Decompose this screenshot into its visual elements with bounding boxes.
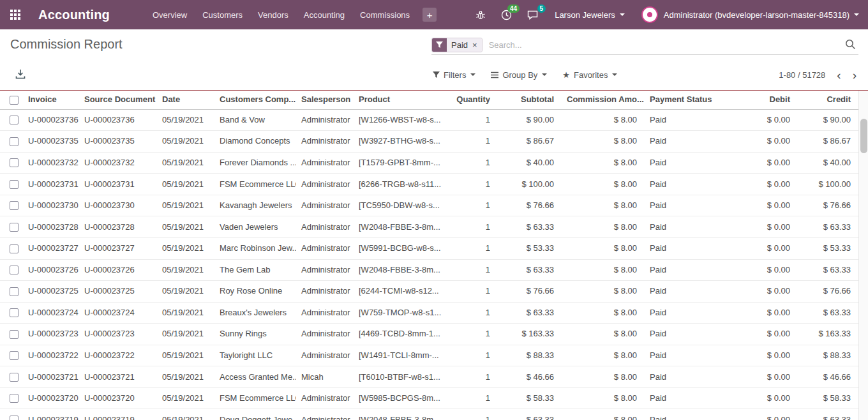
debug-bug-icon[interactable] xyxy=(475,10,486,20)
cell-quantity[interactable]: 1 xyxy=(442,324,498,345)
cell-product[interactable]: [TC5950-DBW-w8-s... xyxy=(354,195,442,216)
cell-salesperson[interactable]: Administrator xyxy=(296,409,354,420)
cell-subtotal[interactable]: $ 63.33 xyxy=(498,259,562,281)
cell-source-document[interactable]: U-000023725 xyxy=(79,281,157,303)
col-header-quantity[interactable]: Quantity xyxy=(442,91,498,109)
cell-credit[interactable]: $ 90.00 xyxy=(798,109,858,131)
cell-credit[interactable]: $ 40.00 xyxy=(798,152,858,174)
table-row[interactable]: U-000023727U-00002372705/19/2021Marc Rob… xyxy=(0,237,858,259)
cell-product[interactable]: [T1579-GPBT-8mm-... xyxy=(354,152,442,174)
cell-commission-amount[interactable]: $ 8.00 xyxy=(562,387,645,409)
cell-debit[interactable]: $ 0.00 xyxy=(740,131,798,153)
row-checkbox[interactable] xyxy=(10,180,19,189)
cell-commission-amount[interactable]: $ 8.00 xyxy=(562,152,645,174)
cell-commission-amount[interactable]: $ 8.00 xyxy=(562,195,645,216)
facet-remove-icon[interactable]: × xyxy=(472,40,477,50)
cell-customer-company[interactable]: Breaux's Jewelers xyxy=(214,302,296,324)
cell-subtotal[interactable]: $ 40.00 xyxy=(498,152,562,174)
cell-commission-amount[interactable]: $ 8.00 xyxy=(562,259,645,281)
cell-invoice[interactable]: U-000023731 xyxy=(23,174,79,195)
cell-debit[interactable]: $ 0.00 xyxy=(740,409,798,420)
apps-grid-icon[interactable] xyxy=(10,10,20,20)
cell-salesperson[interactable]: Administrator xyxy=(296,345,354,366)
cell-source-document[interactable]: U-000023721 xyxy=(79,366,157,388)
app-title[interactable]: Accounting xyxy=(38,8,110,22)
cell-quantity[interactable]: 1 xyxy=(442,366,498,388)
select-all-checkbox[interactable] xyxy=(10,96,19,105)
row-checkbox[interactable] xyxy=(10,351,19,360)
cell-source-document[interactable]: U-000023730 xyxy=(79,195,157,216)
cell-customer-company[interactable]: Vaden Jewelers xyxy=(214,216,296,238)
cell-product[interactable]: [W3927-BTHG-w8-s... xyxy=(354,131,442,153)
cell-commission-amount[interactable]: $ 8.00 xyxy=(562,281,645,303)
cell-invoice[interactable]: U-000023727 xyxy=(23,237,79,259)
cell-payment-status[interactable]: Paid xyxy=(645,259,740,281)
cell-credit[interactable]: $ 88.33 xyxy=(798,345,858,366)
col-header-date[interactable]: Date xyxy=(157,91,214,109)
menu-item-commissions[interactable]: Commissions xyxy=(352,1,417,29)
col-header-product[interactable]: Product xyxy=(354,91,442,109)
cell-invoice[interactable]: U-000023726 xyxy=(23,259,79,281)
col-header-subtotal[interactable]: Subtotal xyxy=(498,91,562,109)
cell-invoice[interactable]: U-000023720 xyxy=(23,387,79,409)
cell-commission-amount[interactable]: $ 8.00 xyxy=(562,174,645,195)
cell-source-document[interactable]: U-000023726 xyxy=(79,259,157,281)
cell-product[interactable]: [T6010-BTBF-w8-s1... xyxy=(354,366,442,388)
cell-payment-status[interactable]: Paid xyxy=(645,131,740,153)
cell-product[interactable]: [W5985-BCPGS-8m... xyxy=(354,387,442,409)
cell-payment-status[interactable]: Paid xyxy=(645,387,740,409)
cell-customer-company[interactable]: Doug Doggett Jewe... xyxy=(214,409,296,420)
cell-salesperson[interactable]: Administrator xyxy=(296,109,354,131)
cell-customer-company[interactable]: Roy Rose Online xyxy=(214,281,296,303)
cell-product[interactable]: [W759-TMOP-w8-s1... xyxy=(354,302,442,324)
scrollbar-thumb[interactable] xyxy=(860,119,867,153)
cell-source-document[interactable]: U-000023732 xyxy=(79,152,157,174)
cell-subtotal[interactable]: $ 88.33 xyxy=(498,345,562,366)
cell-payment-status[interactable]: Paid xyxy=(645,152,740,174)
col-header-credit[interactable]: Credit xyxy=(798,91,858,109)
cell-subtotal[interactable]: $ 58.33 xyxy=(498,387,562,409)
cell-credit[interactable]: $ 63.33 xyxy=(798,216,858,238)
cell-debit[interactable]: $ 0.00 xyxy=(740,387,798,409)
favorites-dropdown[interactable]: ★ Favorites xyxy=(562,70,617,80)
cell-subtotal[interactable]: $ 86.67 xyxy=(498,131,562,153)
add-menu-button[interactable]: + xyxy=(423,8,437,22)
cell-customer-company[interactable]: Forever Diamonds ... xyxy=(214,152,296,174)
cell-customer-company[interactable]: Access Granted Me... xyxy=(214,366,296,388)
cell-credit[interactable]: $ 46.66 xyxy=(798,366,858,388)
table-row[interactable]: U-000023722U-00002372205/19/2021Taylorig… xyxy=(0,345,858,366)
cell-invoice[interactable]: U-000023724 xyxy=(23,302,79,324)
cell-debit[interactable]: $ 0.00 xyxy=(740,237,798,259)
messages-chat-icon[interactable]: 5 xyxy=(527,10,538,20)
cell-invoice[interactable]: U-000023721 xyxy=(23,366,79,388)
cell-source-document[interactable]: U-000023719 xyxy=(79,409,157,420)
cell-source-document[interactable]: U-000023720 xyxy=(79,387,157,409)
search-icon[interactable] xyxy=(845,39,856,52)
cell-invoice[interactable]: U-000023728 xyxy=(23,216,79,238)
table-row[interactable]: U-000023730U-00002373005/19/2021Kavanagh… xyxy=(0,195,858,216)
cell-quantity[interactable]: 1 xyxy=(442,387,498,409)
cell-payment-status[interactable]: Paid xyxy=(645,174,740,195)
cell-payment-status[interactable]: Paid xyxy=(645,324,740,345)
cell-quantity[interactable]: 1 xyxy=(442,216,498,238)
cell-salesperson[interactable]: Micah xyxy=(296,366,354,388)
cell-credit[interactable]: $ 63.33 xyxy=(798,409,858,420)
cell-date[interactable]: 05/19/2021 xyxy=(157,174,214,195)
cell-customer-company[interactable]: Diamond Concepts xyxy=(214,131,296,153)
table-row[interactable]: U-000023724U-00002372405/19/2021Breaux's… xyxy=(0,302,858,324)
cell-debit[interactable]: $ 0.00 xyxy=(740,109,798,131)
cell-subtotal[interactable]: $ 46.66 xyxy=(498,366,562,388)
cell-subtotal[interactable]: $ 90.00 xyxy=(498,109,562,131)
col-header-debit[interactable]: Debit xyxy=(740,91,798,109)
cell-product[interactable]: [W5991-BCBG-w8-s... xyxy=(354,237,442,259)
cell-product[interactable]: [W1491-TCLI-8mm-... xyxy=(354,345,442,366)
cell-salesperson[interactable]: Administrator xyxy=(296,387,354,409)
cell-salesperson[interactable]: Administrator xyxy=(296,324,354,345)
cell-debit[interactable]: $ 0.00 xyxy=(740,281,798,303)
cell-subtotal[interactable]: $ 63.33 xyxy=(498,216,562,238)
menu-item-customers[interactable]: Customers xyxy=(195,1,250,29)
cell-customer-company[interactable]: Marc Robinson Jew... xyxy=(214,237,296,259)
cell-commission-amount[interactable]: $ 8.00 xyxy=(562,216,645,238)
export-download-icon[interactable] xyxy=(15,69,26,82)
cell-customer-company[interactable]: FSM Ecommerce LLC xyxy=(214,387,296,409)
